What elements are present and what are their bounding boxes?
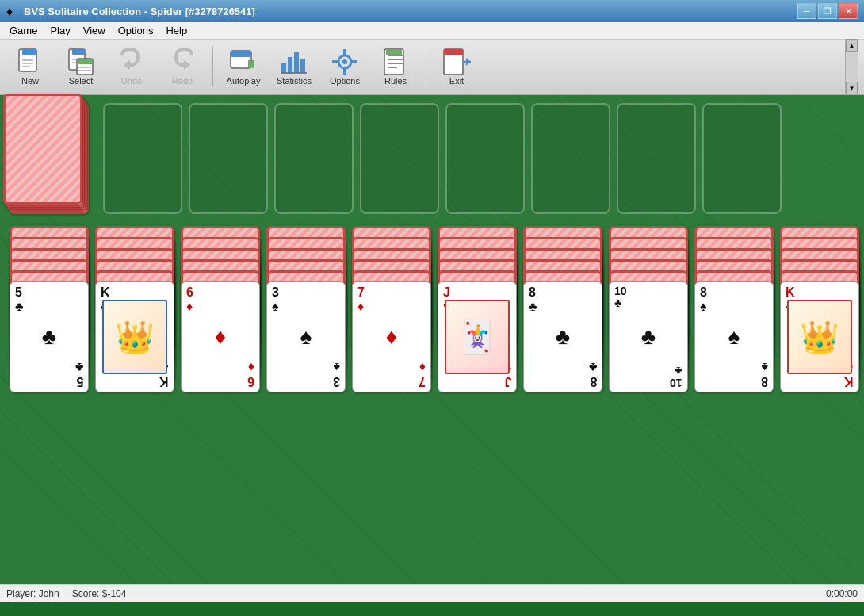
card-top-left: 10♣ bbox=[614, 285, 627, 310]
stock-pile[interactable] bbox=[10, 103, 93, 214]
tableau-face-card[interactable]: 7♦ 7♦ ♦ bbox=[352, 281, 431, 392]
card-center-suit: ♠ bbox=[300, 324, 312, 350]
tableau-col-6: 8♣ 8♣ ♣ bbox=[523, 226, 602, 385]
minimize-button[interactable]: ─ bbox=[797, 3, 816, 19]
autoplay-button[interactable]: Autoplay bbox=[220, 44, 267, 90]
card-top-left: 6♦ bbox=[186, 285, 193, 313]
tableau-face-card[interactable]: J♥ J♥ 🃏 bbox=[438, 281, 517, 392]
card-bottom-right: 5♣ bbox=[75, 361, 84, 388]
svg-rect-6 bbox=[72, 49, 85, 55]
game-area: 5♣ 5♣ ♣ K♠ K♠ 👑 bbox=[0, 95, 864, 584]
card-center-suit: ♠ bbox=[728, 324, 740, 350]
tableau-col-1: K♠ K♠ 👑 bbox=[95, 226, 174, 385]
menu-options[interactable]: Options bbox=[112, 23, 160, 38]
toolbar: New Select Undo Redo bbox=[0, 40, 864, 95]
menu-play[interactable]: Play bbox=[44, 23, 76, 38]
card-top-left: 3♠ bbox=[272, 285, 279, 313]
card-center-suit: ♣ bbox=[556, 324, 570, 350]
card-bottom-right: 8♣ bbox=[589, 361, 598, 388]
svg-rect-28 bbox=[351, 60, 357, 63]
select-button[interactable]: Select bbox=[57, 44, 105, 90]
card-bottom-right: 3♠ bbox=[333, 361, 340, 388]
svg-rect-21 bbox=[300, 59, 305, 73]
tableau-face-card[interactable]: 8♣ 8♣ ♣ bbox=[523, 281, 602, 392]
svg-rect-26 bbox=[343, 68, 346, 75]
redo-button[interactable]: Redo bbox=[159, 44, 206, 90]
options-label: Options bbox=[330, 76, 360, 86]
svg-rect-18 bbox=[281, 63, 286, 73]
stock-card-1 bbox=[3, 94, 82, 205]
toolbar-separator-2 bbox=[426, 47, 426, 86]
svg-rect-17 bbox=[252, 60, 254, 68]
foundation-slot-5 bbox=[445, 103, 525, 214]
app-icon: ♦ bbox=[6, 5, 19, 17]
king-face: 👑 bbox=[102, 300, 167, 374]
svg-point-24 bbox=[342, 59, 347, 64]
menu-view[interactable]: View bbox=[77, 23, 112, 38]
title-bar: ♦ BVS Solitaire Collection - Spider [#32… bbox=[0, 0, 864, 22]
new-button[interactable]: New bbox=[6, 44, 54, 90]
statistics-button[interactable]: Statistics bbox=[270, 44, 318, 90]
select-icon bbox=[67, 48, 95, 76]
tableau-face-card[interactable]: 6♦ 6♦ ♦ bbox=[181, 281, 260, 392]
tableau-face-card[interactable]: 8♠ 8♠ ♠ bbox=[694, 281, 774, 392]
card-bottom-right: 6♦ bbox=[247, 361, 254, 388]
card-top-left: 7♦ bbox=[357, 285, 365, 313]
rules-label: Rules bbox=[384, 76, 407, 86]
exit-button[interactable]: Exit bbox=[433, 44, 480, 90]
rules-icon bbox=[381, 48, 410, 76]
foundation-slot-2 bbox=[189, 103, 268, 214]
svg-rect-19 bbox=[288, 57, 292, 73]
tableau-face-card[interactable]: 3♠ 3♠ ♠ bbox=[266, 281, 346, 392]
card-center-suit: ♣ bbox=[42, 324, 56, 350]
card-bottom-right: 7♦ bbox=[419, 361, 426, 388]
foundation-area bbox=[103, 103, 782, 214]
restore-button[interactable]: ❐ bbox=[818, 3, 837, 19]
foundation-slot-3 bbox=[274, 103, 354, 214]
new-label: New bbox=[21, 76, 39, 86]
window-controls: ─ ❐ ✕ bbox=[797, 3, 858, 19]
menu-help[interactable]: Help bbox=[159, 23, 193, 38]
tableau-face-card[interactable]: 10♣ 10♣ ♣ bbox=[609, 281, 688, 392]
svg-rect-14 bbox=[231, 51, 251, 57]
autoplay-icon bbox=[229, 48, 258, 76]
options-button[interactable]: Options bbox=[321, 44, 369, 90]
foundation-slot-4 bbox=[360, 103, 439, 214]
svg-rect-20 bbox=[294, 52, 299, 73]
svg-rect-16 bbox=[248, 60, 250, 68]
statistics-label: Statistics bbox=[277, 76, 312, 86]
tableau-face-card[interactable]: 5♣ 5♣ ♣ bbox=[10, 281, 89, 392]
time-label: 0:00:00 bbox=[826, 588, 858, 599]
card-top-left: 8♣ bbox=[529, 285, 537, 313]
jack-face: 🃏 bbox=[445, 300, 510, 374]
redo-icon bbox=[168, 48, 197, 76]
new-icon bbox=[16, 48, 44, 76]
menu-game[interactable]: Game bbox=[3, 23, 44, 38]
tableau-col-3: 3♠ 3♠ ♠ bbox=[266, 226, 346, 385]
card-top-left: 8♠ bbox=[700, 285, 707, 313]
tableau-col-9: K♦ K♦ 👑 bbox=[780, 226, 859, 385]
undo-button[interactable]: Undo bbox=[108, 44, 155, 90]
card-center-suit: ♦ bbox=[215, 324, 226, 350]
card-bottom-right: 8♠ bbox=[761, 361, 768, 388]
scroll-down[interactable]: ▼ bbox=[846, 82, 858, 94]
tableau: 5♣ 5♣ ♣ K♠ K♠ 👑 bbox=[10, 226, 859, 385]
card-center-suit: ♣ bbox=[641, 324, 656, 350]
tableau-face-card[interactable]: K♦ K♦ 👑 bbox=[780, 281, 859, 392]
statistics-icon bbox=[280, 48, 308, 76]
tableau-col-7: 10♣ 10♣ ♣ bbox=[609, 226, 688, 385]
exit-label: Exit bbox=[449, 76, 464, 86]
close-button[interactable]: ✕ bbox=[839, 3, 858, 19]
toolbar-separator-1 bbox=[212, 47, 213, 86]
svg-rect-34 bbox=[386, 50, 402, 55]
window-title: BVS Solitaire Collection - Spider [#3278… bbox=[24, 6, 797, 17]
svg-rect-25 bbox=[343, 49, 346, 55]
undo-icon bbox=[117, 48, 146, 76]
scroll-up[interactable]: ▲ bbox=[846, 39, 858, 52]
foundation-slot-1 bbox=[103, 103, 182, 214]
tableau-face-card[interactable]: K♠ K♠ 👑 bbox=[95, 281, 174, 392]
options-icon bbox=[331, 48, 359, 76]
score-label: Score: $-104 bbox=[72, 588, 127, 599]
rules-button[interactable]: Rules bbox=[372, 44, 419, 90]
foundation-slot-7 bbox=[617, 103, 696, 214]
